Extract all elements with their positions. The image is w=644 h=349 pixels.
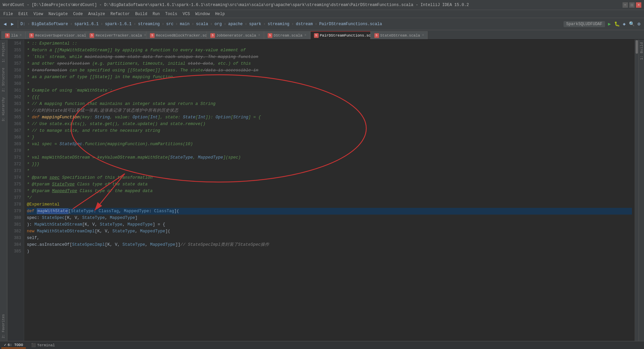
tab-receiversupervisor[interactable]: S ReceiverSupervisor.scala × [25, 31, 86, 39]
tab-label-receivertracker: ReceiverTracker.scala [96, 34, 142, 38]
ln-371: 371 [7, 154, 21, 161]
left-tab-favorites[interactable]: 2: Favorites [1, 311, 6, 341]
tab-close-receivertracker[interactable]: × [144, 34, 146, 37]
ln-361: 361 [7, 87, 21, 94]
tab-dstream[interactable]: S DStream.scala × [264, 31, 310, 39]
breadcrumb-file[interactable]: PairDStreamFunctions.scala [319, 22, 382, 26]
code-editor[interactable]: * :: Experimental :: * Return a [[MapWit… [24, 40, 635, 341]
window-controls: − □ ✕ [623, 2, 641, 8]
ln-369: 369 [7, 141, 21, 148]
breadcrumb-D[interactable]: D: [20, 22, 25, 26]
code-line-382: new MapWithStateDStreamImpl[K, V, StateT… [27, 228, 632, 235]
code-line-360: * [27, 80, 632, 87]
menu-tools[interactable]: Tools [163, 11, 179, 17]
ln-356: 356 [7, 54, 21, 60]
breadcrumb-streaming[interactable]: streaming [138, 22, 160, 26]
breadcrumb-main[interactable]: main [180, 22, 190, 26]
breadcrumb-spark[interactable]: spark [249, 22, 261, 26]
scrollbar[interactable] [635, 40, 639, 341]
settings-icon[interactable]: ⚙ [636, 21, 642, 27]
code-line-376: * @tparam MappedType Class type of the m… [27, 188, 632, 194]
breadcrumb-spark161[interactable]: spark1.6.1 [74, 22, 99, 26]
maximize-button[interactable]: □ [629, 2, 635, 8]
left-tab-project[interactable]: 1: Project [1, 40, 6, 65]
title-bar: WordCount - [D:\IdeaProjects\WordCount] … [0, 0, 644, 10]
breadcrumb-dstream[interactable]: dstream [296, 22, 313, 26]
breadcrumb-apache[interactable]: apache [228, 22, 243, 26]
run-icon[interactable]: ▶ [606, 21, 612, 27]
terminal-icon: ⬛ [31, 343, 36, 347]
search-icon[interactable]: 🔍 [629, 21, 635, 27]
minimize-button[interactable]: − [623, 2, 628, 8]
ln-357: 357 [7, 60, 21, 67]
tab-statedstream[interactable]: S StateDStream.scala × [371, 31, 428, 39]
bottom-tab-todo[interactable]: ✓ 6: TODO [1, 342, 26, 348]
coverage-icon[interactable]: ◈ [621, 21, 627, 27]
ln-373: 373 [7, 168, 21, 174]
breadcrumb-streaming2[interactable]: streaming [268, 22, 289, 26]
scrollbar-thumb[interactable] [636, 40, 638, 54]
tab-close-lla[interactable]: × [20, 34, 22, 37]
tab-icon-receivertracker: S [90, 33, 94, 38]
breadcrumb-src[interactable]: src [166, 22, 174, 26]
tab-receivedblocktracker[interactable]: S ReceivedBlockTracker.scala × [146, 31, 207, 39]
highlighted-mapwithstate: mapWithState [37, 209, 68, 214]
code-line-358: * transformation can be specified using … [27, 67, 632, 74]
breadcrumb-scala[interactable]: scala [196, 22, 208, 26]
code-line-356: * `this` stream, while maintaining some … [27, 54, 632, 60]
tab-close-statedstream[interactable]: × [422, 34, 424, 37]
left-tab-structure[interactable]: 2: Structure [1, 65, 6, 95]
title-text: WordCount - [D:\IdeaProjects\WordCount] … [3, 3, 469, 7]
ln-374: 374 [7, 174, 21, 181]
left-tab-hierarchy[interactable]: 3: Hierarchy [1, 95, 6, 124]
menu-window[interactable]: Window [193, 11, 212, 17]
left-tool-tabs: 1: Project 2: Structure 3: Hierarchy 2: … [0, 40, 7, 341]
menu-code[interactable]: Code [71, 11, 85, 17]
tab-label-receiversupervisor: ReceiverSupervisor.scala [35, 34, 88, 38]
ln-383: 383 [7, 235, 21, 241]
ln-372: 372 [7, 161, 21, 168]
menu-refactor[interactable]: Refactor [108, 11, 132, 17]
tab-pairdstreamfunctions[interactable]: S PairDStreamFunctions.scala × [310, 31, 371, 39]
bottom-tab-terminal[interactable]: ⬛ Terminal [29, 342, 58, 348]
breadcrumb-org[interactable]: org [215, 22, 222, 26]
tab-icon-jobgenerator: S [210, 33, 215, 38]
menu-help[interactable]: Help [213, 11, 227, 17]
forward-icon[interactable]: ▶ [9, 21, 15, 27]
tab-icon-lla: S [5, 33, 10, 38]
close-button[interactable]: ✕ [636, 2, 641, 8]
code-line-381: ): MapWithStateDStream[K, V, StateType, … [27, 221, 632, 228]
tab-close-dstream[interactable]: × [305, 34, 307, 37]
tab-lla[interactable]: S lla × [1, 31, 25, 39]
ln-355: 355 [7, 47, 21, 54]
ln-362: 362 [7, 94, 21, 101]
tab-receivertracker[interactable]: S ReceiverTracker.scala × [86, 31, 146, 39]
menu-run[interactable]: Run [151, 11, 162, 17]
menu-build[interactable]: Build [133, 11, 149, 17]
code-line-378: @Experimental [27, 201, 632, 208]
ln-377: 377 [7, 194, 21, 201]
breadcrumb-spark-161[interactable]: spark-1.6.1 [105, 22, 131, 26]
ln-381: 381 [7, 221, 21, 228]
tab-close-jobgenerator[interactable]: × [258, 34, 260, 37]
code-line-359: * as a parameter of type [[State]] in th… [27, 74, 632, 80]
tab-label-dstream: DStream.scala [274, 34, 303, 38]
ln-382: 382 [7, 228, 21, 235]
menu-view[interactable]: View [32, 11, 45, 17]
breadcrumb-bigdata[interactable]: BigDataSoftware [32, 22, 68, 26]
menu-file[interactable]: File [1, 11, 15, 17]
tab-jobgenerator[interactable]: S JobGenerator.scala × [207, 31, 264, 39]
ln-364: 364 [7, 107, 21, 114]
menu-analyze[interactable]: Analyze [86, 11, 107, 17]
debug-icon[interactable]: 🐛 [614, 21, 620, 27]
code-line-384: spec.asInstanceOf[StateSpecImpl[K, V, St… [27, 241, 632, 248]
right-tool-panel: 1: Build [639, 40, 644, 341]
right-tab-build[interactable]: 1: Build [640, 40, 644, 62]
menu-edit[interactable]: Edit [16, 11, 30, 17]
menu-vcs[interactable]: VCS [181, 11, 192, 17]
menu-navigate[interactable]: Navigate [46, 11, 70, 17]
tab-icon-receivedblocktracker: S [150, 33, 155, 38]
tab-icon-pairdstream: S [314, 33, 319, 38]
run-config[interactable]: SparkSQLUDFUDAF [564, 21, 605, 27]
back-icon[interactable]: ◀ [2, 21, 8, 27]
